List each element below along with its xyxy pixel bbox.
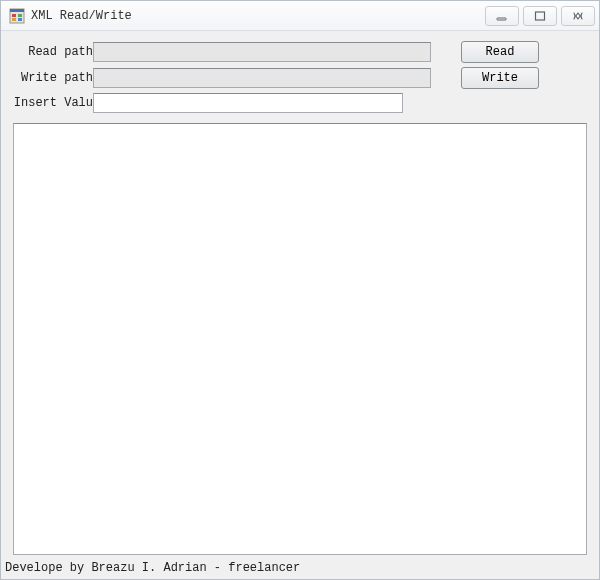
app-window: XML Read/Write Read path Read: [0, 0, 600, 580]
write-path-input[interactable]: [93, 68, 431, 88]
close-button[interactable]: [561, 6, 595, 26]
footer-text: Develope by Breazu I. Adrian - freelance…: [5, 561, 300, 575]
svg-rect-7: [536, 12, 545, 20]
insert-value-label: Insert Valu: [13, 96, 93, 110]
window-title: XML Read/Write: [31, 9, 481, 23]
read-button[interactable]: Read: [461, 41, 539, 63]
minimize-button[interactable]: [485, 6, 519, 26]
minimize-icon: [496, 10, 508, 22]
maximize-icon: [534, 10, 546, 22]
read-path-input[interactable]: [93, 42, 431, 62]
svg-rect-6: [497, 18, 506, 20]
insert-value-row: Insert Valu: [13, 93, 587, 113]
write-path-label: Write path: [13, 71, 93, 85]
titlebar: XML Read/Write: [1, 1, 599, 31]
svg-rect-2: [12, 14, 16, 17]
close-icon: [572, 10, 584, 22]
app-icon: [9, 8, 25, 24]
svg-rect-3: [12, 18, 16, 21]
insert-value-input[interactable]: [93, 93, 403, 113]
output-wrap: [13, 123, 587, 555]
write-path-row: Write path Write: [13, 67, 587, 89]
window-controls: [481, 6, 595, 26]
svg-rect-4: [18, 14, 22, 17]
write-button[interactable]: Write: [461, 67, 539, 89]
maximize-button[interactable]: [523, 6, 557, 26]
client-area: Read path Read Write path Write Insert V…: [1, 31, 599, 579]
output-textarea[interactable]: [13, 123, 587, 555]
read-path-row: Read path Read: [13, 41, 587, 63]
read-path-label: Read path: [13, 45, 93, 59]
svg-rect-1: [10, 9, 24, 12]
svg-rect-5: [18, 18, 22, 21]
